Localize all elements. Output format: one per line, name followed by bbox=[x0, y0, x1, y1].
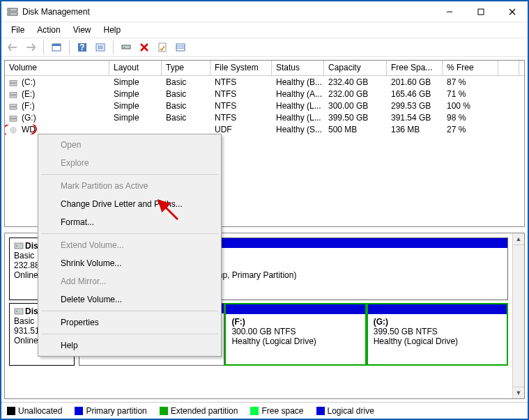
svg-rect-22 bbox=[159, 43, 166, 52]
svg-text:?: ? bbox=[79, 42, 84, 52]
partition-health: Healthy (Logical Drive) bbox=[374, 336, 458, 346]
volume-layout: Simple bbox=[109, 77, 162, 87]
forward-button[interactable] bbox=[22, 39, 39, 56]
close-button[interactable] bbox=[496, 1, 528, 22]
context-menu-item: Add Mirror... bbox=[40, 272, 220, 290]
context-menu-item[interactable]: Help bbox=[40, 336, 220, 355]
volume-pctfree: 87 % bbox=[443, 77, 498, 87]
legend: Unallocated Primary partition Extended p… bbox=[1, 402, 528, 419]
legend-free: Free space bbox=[250, 406, 303, 416]
context-menu-item: Explore bbox=[40, 154, 220, 172]
menu-bar: File Action View Help bbox=[1, 22, 528, 38]
legend-extended: Extended partition bbox=[160, 406, 238, 416]
context-menu-item[interactable]: Change Drive Letter and Paths... bbox=[40, 195, 220, 213]
disk-type: Basic bbox=[14, 251, 34, 260]
svg-rect-26 bbox=[10, 81, 17, 83]
svg-rect-30 bbox=[10, 104, 17, 107]
menu-action[interactable]: Action bbox=[31, 24, 66, 36]
drive-icon bbox=[9, 126, 17, 133]
col-type[interactable]: Type bbox=[162, 61, 210, 75]
volume-list-header: Volume Layout Type File System Status Ca… bbox=[5, 61, 524, 76]
settings-button[interactable] bbox=[92, 39, 109, 56]
context-menu-separator bbox=[41, 174, 218, 175]
volume-layout: Simple bbox=[109, 89, 162, 99]
drive-icon bbox=[9, 91, 17, 98]
show-hide-button[interactable] bbox=[48, 39, 65, 56]
volume-layout: Simple bbox=[109, 113, 162, 123]
svg-rect-29 bbox=[10, 95, 17, 98]
disk-status: Online bbox=[14, 336, 38, 345]
volume-status: Healthy (A... bbox=[272, 89, 324, 99]
help-button[interactable]: ? bbox=[74, 39, 91, 56]
volume-status: Healthy (L... bbox=[272, 101, 324, 111]
volume-capacity: 399.50 GB bbox=[324, 113, 387, 123]
partition[interactable]: (G:)399.50 GB NTFSHealthy (Logical Drive… bbox=[367, 303, 508, 366]
volume-status: Healthy (S... bbox=[272, 125, 324, 134]
volume-freespace: 201.60 GB bbox=[387, 77, 443, 87]
disk-size: 232.88 bbox=[14, 260, 40, 270]
svg-point-3 bbox=[9, 13, 10, 15]
volume-filesystem: NTFS bbox=[210, 101, 272, 111]
svg-rect-32 bbox=[10, 116, 17, 118]
col-status[interactable]: Status bbox=[272, 61, 324, 75]
disk-icon bbox=[14, 307, 24, 316]
svg-rect-18 bbox=[122, 45, 130, 49]
volume-type: Basic bbox=[162, 101, 210, 111]
maximize-button[interactable] bbox=[465, 1, 496, 22]
col-spacer[interactable] bbox=[498, 61, 519, 75]
scroll-down-icon[interactable]: ▼ bbox=[513, 387, 524, 398]
col-filesystem[interactable]: File System bbox=[210, 61, 272, 75]
volume-pctfree: 27 % bbox=[443, 125, 498, 134]
scroll-up-icon[interactable]: ▲ bbox=[513, 233, 524, 245]
volume-freespace: 391.54 GB bbox=[387, 113, 443, 123]
volume-freespace: 299.53 GB bbox=[387, 101, 443, 111]
menu-view[interactable]: View bbox=[68, 24, 97, 36]
volume-type: Basic bbox=[162, 89, 210, 99]
menu-help[interactable]: Help bbox=[98, 24, 127, 36]
volume-name: (G:) bbox=[22, 113, 36, 123]
partition-size: 399.50 GB NTFS bbox=[374, 327, 438, 336]
volume-capacity: 232.00 GB bbox=[324, 89, 387, 99]
svg-point-39 bbox=[16, 311, 17, 312]
svg-point-2 bbox=[9, 9, 10, 10]
col-layout[interactable]: Layout bbox=[109, 61, 162, 75]
context-menu-item[interactable]: Shrink Volume... bbox=[40, 254, 220, 272]
partition[interactable]: (F:)300.00 GB NTFSHealthy (Logical Drive… bbox=[224, 303, 366, 366]
col-pctfree[interactable]: % Free bbox=[443, 61, 498, 75]
volume-name: WD bbox=[22, 125, 36, 134]
back-button[interactable] bbox=[4, 39, 21, 56]
svg-rect-28 bbox=[10, 93, 17, 95]
volume-row[interactable]: (E:)SimpleBasicNTFSHealthy (A...232.00 G… bbox=[5, 88, 524, 100]
volume-filesystem: NTFS bbox=[210, 77, 272, 87]
svg-rect-11 bbox=[52, 44, 61, 46]
context-menu-separator bbox=[41, 233, 218, 234]
scrollbar[interactable]: ▲ ▼ bbox=[512, 233, 524, 398]
legend-unallocated: Unallocated bbox=[7, 406, 62, 416]
partition-header bbox=[226, 304, 365, 314]
partition-letter: (F:) bbox=[231, 317, 245, 327]
context-menu-item[interactable]: Properties bbox=[40, 313, 220, 332]
context-menu-item[interactable]: Delete Volume... bbox=[40, 290, 220, 309]
rescan-button[interactable] bbox=[118, 39, 135, 56]
volume-row[interactable]: (F:)SimpleBasicNTFSHealthy (L...300.00 G… bbox=[5, 100, 524, 111]
disk-type: Basic bbox=[14, 316, 34, 326]
list-button[interactable] bbox=[172, 39, 189, 56]
col-volume[interactable]: Volume bbox=[5, 61, 109, 75]
volume-row[interactable]: (G:)SimpleBasicNTFSHealthy (L...399.50 G… bbox=[5, 111, 524, 123]
delete-button[interactable] bbox=[136, 39, 153, 56]
legend-logical: Logical drive bbox=[316, 406, 374, 416]
properties-button[interactable] bbox=[154, 39, 171, 56]
partition-letter: (G:) bbox=[374, 317, 388, 327]
volume-capacity: 500 MB bbox=[324, 125, 387, 134]
volume-name: (F:) bbox=[22, 101, 35, 111]
minimize-button[interactable] bbox=[434, 1, 465, 22]
col-capacity[interactable]: Capacity bbox=[324, 61, 387, 75]
svg-rect-38 bbox=[15, 309, 23, 314]
volume-row[interactable]: (C:)SimpleBasicNTFSHealthy (B...232.40 G… bbox=[5, 76, 524, 88]
col-freespace[interactable]: Free Spa... bbox=[387, 61, 443, 75]
context-menu-item[interactable]: Format... bbox=[40, 213, 220, 231]
volume-pctfree: 100 % bbox=[443, 101, 498, 111]
menu-file[interactable]: File bbox=[6, 24, 30, 36]
svg-point-35 bbox=[13, 130, 15, 132]
volume-name: (E:) bbox=[22, 89, 35, 99]
